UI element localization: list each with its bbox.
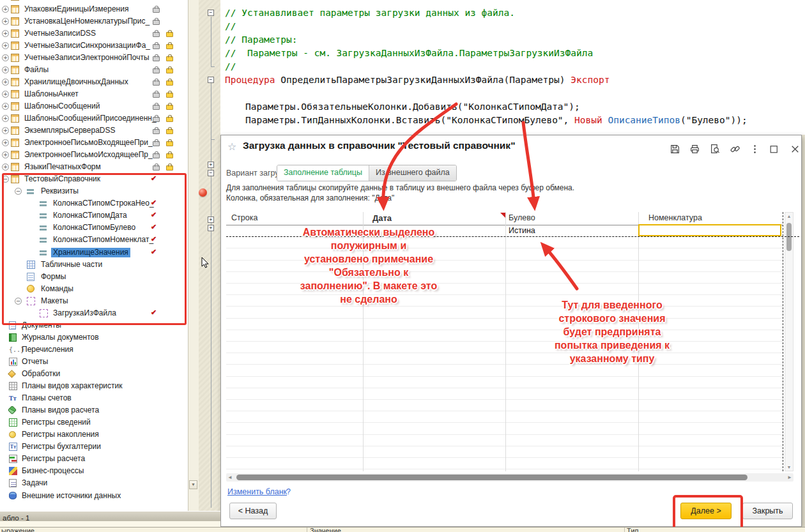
watch-panel-header-row: ыражение Значение Тип [0,527,805,532]
tree-item[interactable]: Обработки [0,368,188,380]
more-menu-icon[interactable] [749,144,761,155]
edit-form-link[interactable]: Изменить бланк [227,487,287,496]
save-icon[interactable] [670,144,681,155]
catalog-icon [11,17,19,26]
lock-icon [153,117,160,122]
scroll-up-icon[interactable]: ▲ [785,214,793,218]
tree-item[interactable]: +ЯзыкиПечатныхФорм [0,161,188,173]
tree-item[interactable]: Регистры сведений [0,416,188,429]
tree-item[interactable]: +ЭкземплярыСервераDSS [0,125,188,137]
column-header[interactable]: Строка [231,213,257,222]
tree-item[interactable]: +ШаблоныСообщенийПрисоединенн_ [0,112,188,125]
tree-scrollbar[interactable]: ▼ [188,0,199,511]
close-icon[interactable] [790,144,801,155]
expand-icon[interactable]: + [2,139,9,146]
catalog-icon [11,151,19,159]
vscroll-thumb[interactable] [786,223,792,251]
expand-icon[interactable]: + [2,42,9,49]
tree-item[interactable]: +ЭлектронноеПисьмоВходящееПри_ [0,137,188,149]
column-header[interactable]: Номенклатура [648,213,702,222]
table-vertical-scrollbar[interactable]: ▲ ▼ [785,212,793,471]
tree-item[interactable]: +УчетныеЗаписиDSS [0,27,188,40]
lock-icon [153,8,160,13]
expand-icon[interactable]: + [2,115,9,122]
close-button[interactable]: Закрыть [742,503,793,519]
lock-icon [153,44,160,49]
tree-item[interactable]: Регистры расчета [0,453,188,465]
tab-from-external-file[interactable]: Из внешнего файла [369,165,456,181]
back-button[interactable]: < Назад [229,503,277,519]
expand-icon[interactable]: + [2,151,9,158]
annotation-highlight-box-next [673,495,743,531]
code-segment: Параметры.ОбязательныеКолонки.Добавить("… [245,102,580,112]
tree-item[interactable]: ТтПланы счетов [0,392,188,404]
tree-item[interactable]: +УчетныеЗаписиСинхронизацииФа_ [0,40,188,52]
scroll-left-icon[interactable]: ◄ [227,475,233,480]
print-icon[interactable] [689,144,701,155]
expand-icon[interactable]: + [2,103,9,110]
lock-icon [153,141,160,146]
tree-item[interactable]: Журналы документов [0,331,188,344]
fold-tick [211,139,215,140]
table-horizontal-scrollbar[interactable]: ◄ ► [226,473,793,482]
tab-fill-table[interactable]: Заполнение таблицы [277,165,369,181]
scroll-down-icon[interactable]: ▼ [785,465,793,469]
preview-icon[interactable] [710,144,721,155]
column-header[interactable]: Булево [509,213,535,222]
tree-item[interactable]: Задачи [0,477,188,489]
tree-item[interactable]: +ХранилищеДвоичныхДанных [0,76,188,88]
help-link[interactable]: ? [286,487,291,496]
tree-item[interactable]: Бизнес-процессы [0,465,188,477]
code-segment: Процедура [225,75,280,85]
fold-collapse-icon[interactable]: − [208,77,214,83]
tree-item[interactable]: +УстановкаЦенНоменклатурыПрис_ [0,15,188,27]
expand-icon[interactable]: + [2,79,9,86]
scroll-down-icon[interactable]: ▼ [189,480,197,489]
code-line: Параметры.ТипДанныхКолонки.Вставить("Кол… [245,114,747,127]
catalog-icon [11,66,19,74]
tree-item[interactable]: +УчетныеЗаписиЭлектроннойПочты [0,52,188,64]
maximize-icon[interactable] [769,144,780,155]
fold-expand-icon[interactable]: + [208,217,214,223]
fold-collapse-icon[interactable]: − [208,170,214,176]
tree-item[interactable]: +ШаблоныСообщений [0,100,188,112]
scroll-right-icon[interactable]: ► [787,475,792,480]
tree-item[interactable]: +Файлы [0,64,188,76]
load-variant-switch: Заполнение таблицы Из внешнего файла [277,165,457,181]
catalog-icon [11,0,19,1]
tree-item[interactable]: +ШаблоныАнкет [0,88,188,100]
hscroll-thumb[interactable] [236,475,747,480]
expand-icon[interactable]: + [2,91,9,98]
tree-item[interactable]: {..}Перечисления [0,344,188,356]
link-icon[interactable] [730,144,741,155]
code-editor[interactable]: // Устанавливает параметры загрузки данн… [220,0,805,135]
bool-cell-value[interactable]: Истина [509,226,535,235]
expand-icon[interactable]: + [2,66,9,73]
code-segment: Параметры.ТипДанныхКолонки.Вставить("Кол… [245,115,574,125]
tree-item[interactable]: ТтРегистры бухгалтерии [0,441,188,453]
expand-icon[interactable]: + [2,54,9,61]
fold-bracket-line [211,17,211,66]
catalog-icon [11,78,19,86]
fold-expand-icon[interactable]: + [208,162,214,168]
tree-item[interactable]: Регистры накопления [0,429,188,441]
expand-icon[interactable]: + [2,18,9,25]
tree-item[interactable]: Внешние источники данных [0,490,188,502]
fold-expand-icon[interactable]: + [208,225,214,231]
column-header[interactable]: Дата [372,213,392,223]
tree-item[interactable]: Планы видов расчета [0,404,188,416]
favorite-star-icon[interactable]: ☆ [227,141,236,153]
active-cell[interactable] [638,224,781,236]
fold-collapse-icon[interactable]: − [208,10,214,16]
expand-icon[interactable]: + [2,127,9,134]
tree-item[interactable]: +УпаковкиЕдиницыИзмерения [0,3,188,15]
expand-icon[interactable]: + [2,30,9,37]
breakpoint-icon[interactable] [199,188,207,197]
tree-item[interactable]: Отчеты [0,356,188,368]
tree-item[interactable]: +ЭлектронноеПисьмоИсходящееПр_ [0,149,188,161]
expand-icon[interactable]: + [2,6,9,13]
fold-line [211,83,211,508]
tree-item[interactable]: Планы видов характеристик [0,380,188,392]
expand-icon[interactable]: + [2,163,9,171]
watch-panel-titlebar[interactable]: абло - 1 [0,511,220,522]
